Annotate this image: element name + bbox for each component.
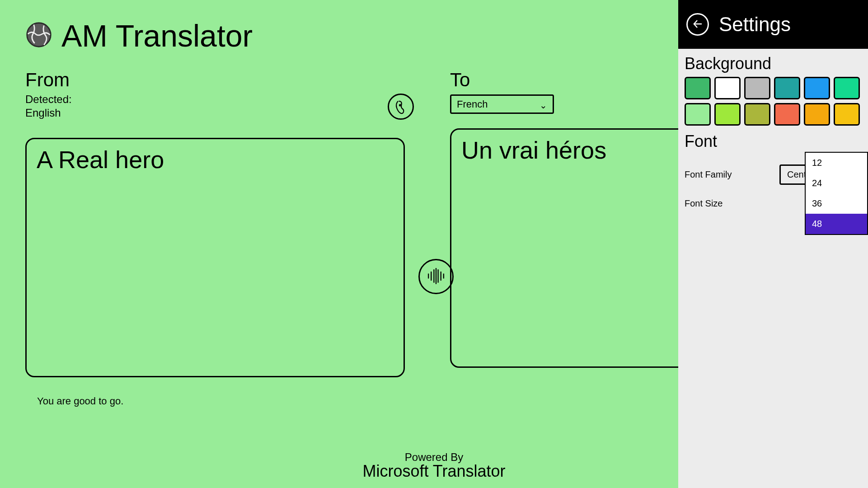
audio-bars-icon xyxy=(426,266,446,288)
ear-icon xyxy=(394,98,408,116)
font-size-option-24[interactable]: 24 xyxy=(806,173,867,193)
bg-swatch-11[interactable] xyxy=(834,103,860,126)
from-column: From Detected: English A Real hero xyxy=(25,69,405,377)
bg-swatch-7[interactable] xyxy=(714,103,741,126)
background-section-label: Background xyxy=(685,54,862,73)
swap-button[interactable] xyxy=(418,259,454,294)
settings-header: Settings xyxy=(678,0,868,49)
detected-label: Detected: xyxy=(25,93,405,106)
bg-swatch-4[interactable] xyxy=(804,77,830,99)
svg-point-1 xyxy=(399,104,401,106)
background-swatches xyxy=(685,77,862,126)
bg-swatch-3[interactable] xyxy=(774,77,800,99)
source-text-box[interactable]: A Real hero xyxy=(25,138,405,377)
to-lang-select[interactable]: French xyxy=(450,94,554,114)
detected-lang: English xyxy=(25,106,405,120)
font-family-label: Font Family xyxy=(685,169,732,180)
from-label: From xyxy=(25,69,405,91)
back-button[interactable] xyxy=(686,13,709,36)
font-section-label: Font xyxy=(685,132,862,151)
arrow-left-icon xyxy=(692,18,704,31)
settings-title: Settings xyxy=(719,13,791,36)
detected-block: Detected: English xyxy=(25,93,405,120)
app-title: AM Translator xyxy=(61,18,253,53)
bg-swatch-10[interactable] xyxy=(804,103,830,126)
font-size-option-12[interactable]: 12 xyxy=(806,153,867,173)
bg-swatch-5[interactable] xyxy=(834,77,860,99)
globe-icon xyxy=(25,21,52,50)
bg-swatch-0[interactable] xyxy=(685,77,711,99)
font-size-option-48[interactable]: 48 xyxy=(806,214,867,234)
font-size-dropdown[interactable]: 12243648 xyxy=(805,152,868,235)
font-size-option-36[interactable]: 36 xyxy=(806,193,867,214)
settings-panel: Settings Background Font Font Family Fon… xyxy=(678,0,868,488)
bg-swatch-9[interactable] xyxy=(774,103,800,126)
bg-swatch-1[interactable] xyxy=(714,77,741,99)
font-size-label: Font Size xyxy=(685,198,723,209)
bg-swatch-8[interactable] xyxy=(744,103,770,126)
settings-body: Background Font Font Family Font Size 12… xyxy=(678,49,868,488)
listen-button[interactable] xyxy=(388,94,414,120)
bg-swatch-2[interactable] xyxy=(744,77,770,99)
bg-swatch-6[interactable] xyxy=(685,103,711,126)
